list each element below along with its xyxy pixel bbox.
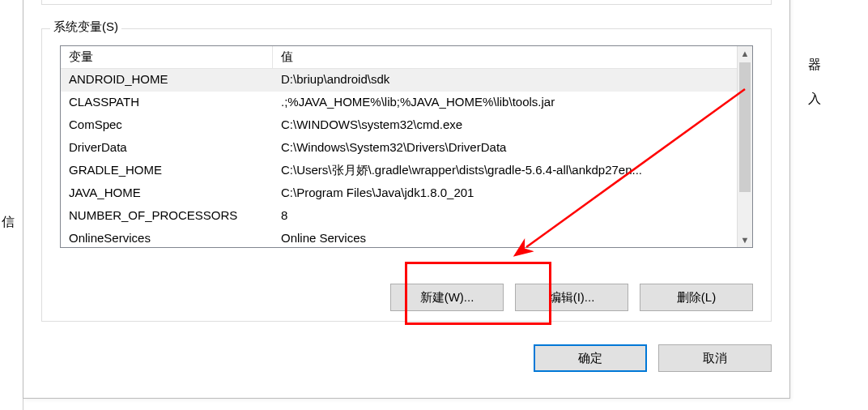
system-variables-list[interactable]: 变量 值 ANDROID_HOMED:\briup\android\sdkCLA… bbox=[60, 45, 753, 248]
variable-name-cell: DriverData bbox=[61, 137, 273, 160]
variable-value-cell: C:\Users\张月娇\.gradle\wrapper\dists\gradl… bbox=[273, 160, 752, 182]
background-left-panel: 信 bbox=[0, 0, 23, 410]
group-button-row: 新建(W)... 编辑(I)... 删除(L) bbox=[390, 284, 753, 311]
delete-button[interactable]: 删除(L) bbox=[640, 284, 753, 311]
variable-name-cell: CLASSPATH bbox=[61, 92, 273, 114]
edit-button[interactable]: 编辑(I)... bbox=[515, 284, 628, 311]
column-header-name[interactable]: 变量 bbox=[61, 46, 273, 69]
dialog-button-row: 确定 取消 bbox=[534, 344, 772, 372]
variable-value-cell: .;%JAVA_HOME%\lib;%JAVA_HOME%\lib\tools.… bbox=[273, 92, 752, 114]
variable-name-cell: NUMBER_OF_PROCESSORS bbox=[61, 205, 273, 228]
variable-name-cell: ANDROID_HOME bbox=[61, 69, 273, 92]
list-header: 变量 值 bbox=[61, 46, 752, 69]
scroll-thumb[interactable] bbox=[739, 62, 751, 192]
environment-variables-dialog: 系统变量(S) 变量 值 ANDROID_HOMED:\briup\androi… bbox=[23, 0, 790, 399]
variable-name-cell: ComSpec bbox=[61, 114, 273, 137]
variable-value-cell: Online Services bbox=[273, 228, 752, 247]
table-row[interactable]: OnlineServicesOnline Services bbox=[61, 228, 752, 247]
background-left-text: 信 bbox=[2, 214, 15, 231]
column-header-value[interactable]: 值 bbox=[273, 46, 752, 69]
scroll-down-icon[interactable]: ▼ bbox=[738, 233, 752, 247]
table-row[interactable]: ComSpecC:\WINDOWS\system32\cmd.exe bbox=[61, 114, 752, 137]
scroll-up-icon[interactable]: ▲ bbox=[738, 46, 752, 61]
table-row[interactable]: JAVA_HOMEC:\Program Files\Java\jdk1.8.0_… bbox=[61, 182, 752, 205]
ok-button[interactable]: 确定 bbox=[534, 344, 647, 372]
group-title: 系统变量(S) bbox=[50, 19, 121, 35]
new-button[interactable]: 新建(W)... bbox=[390, 284, 504, 311]
variable-name-cell: JAVA_HOME bbox=[61, 182, 273, 205]
variable-value-cell: C:\Windows\System32\Drivers\DriverData bbox=[273, 137, 752, 160]
table-row[interactable]: CLASSPATH.;%JAVA_HOME%\lib;%JAVA_HOME%\l… bbox=[61, 92, 752, 114]
background-right-panel: 器 入 bbox=[803, 0, 868, 410]
table-row[interactable]: ANDROID_HOMED:\briup\android\sdk bbox=[61, 69, 752, 92]
table-row[interactable]: DriverDataC:\Windows\System32\Drivers\Dr… bbox=[61, 137, 752, 160]
variable-value-cell: C:\WINDOWS\system32\cmd.exe bbox=[273, 114, 752, 137]
variable-value-cell: 8 bbox=[273, 205, 752, 228]
system-variables-group: 系统变量(S) 变量 值 ANDROID_HOMED:\briup\androi… bbox=[41, 28, 772, 322]
upper-group-border bbox=[41, 0, 772, 5]
cancel-button[interactable]: 取消 bbox=[658, 344, 772, 372]
variable-name-cell: OnlineServices bbox=[61, 228, 273, 247]
background-right-text-2: 入 bbox=[808, 91, 821, 108]
vertical-scrollbar[interactable]: ▲ ▼ bbox=[737, 46, 752, 247]
background-right-text-1: 器 bbox=[808, 57, 821, 74]
table-row[interactable]: NUMBER_OF_PROCESSORS8 bbox=[61, 205, 752, 228]
table-row[interactable]: GRADLE_HOMEC:\Users\张月娇\.gradle\wrapper\… bbox=[61, 160, 752, 182]
variable-value-cell: D:\briup\android\sdk bbox=[273, 69, 752, 92]
variable-name-cell: GRADLE_HOME bbox=[61, 160, 273, 182]
variable-value-cell: C:\Program Files\Java\jdk1.8.0_201 bbox=[273, 182, 752, 205]
